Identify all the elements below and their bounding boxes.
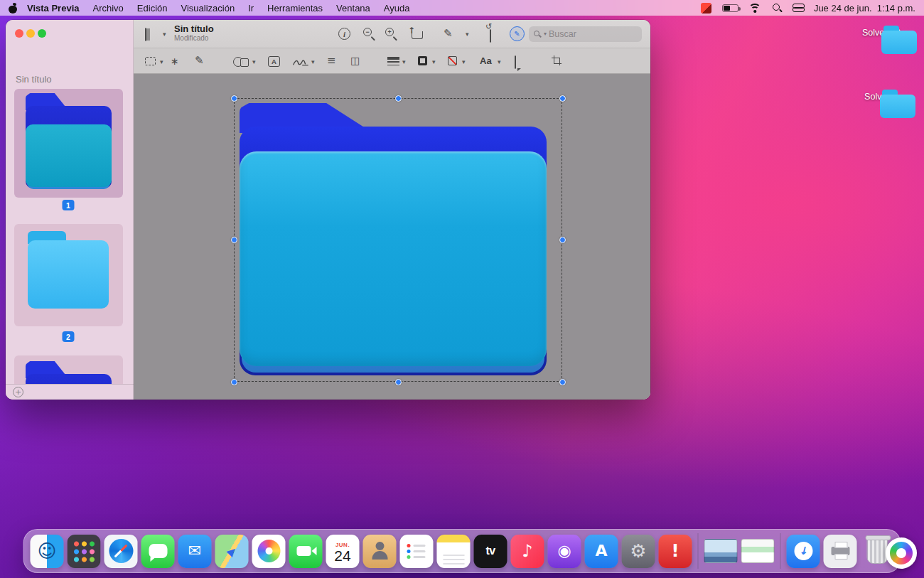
chevron-down-icon[interactable]: ▾ [498,59,501,65]
zoom-button[interactable] [38,29,46,38]
dock-launchpad[interactable] [68,535,101,568]
dock-podcasts[interactable]: ◉ [548,535,581,568]
dock-contacts[interactable] [363,535,397,568]
search-input[interactable] [549,29,638,39]
calendar-day: 24 [334,548,350,564]
info-button[interactable]: i [338,28,350,40]
menu-status-area: Jue 24 de jun. 1:14 p.m. [701,3,915,14]
rotate-button[interactable]: ↺ [490,29,491,43]
menu-item-ventana[interactable]: Ventana [336,3,370,14]
signature-button[interactable] [293,57,308,70]
dock-calendar[interactable]: JUN. 24 [326,535,360,568]
dock-photos[interactable] [252,535,286,568]
chevron-down-icon[interactable]: ▾ [402,59,406,65]
selection-handle-middle-left[interactable] [231,237,237,243]
chevron-down-icon[interactable]: ▾ [466,31,469,38]
dock-mail[interactable]: ✉ [178,535,212,568]
page-thumbnail-1[interactable] [14,89,123,198]
border-color-button[interactable] [418,56,427,65]
menu-app-name[interactable]: Vista Previa [27,3,79,14]
chevron-down-icon[interactable]: ▾ [160,59,163,65]
chevron-down-icon[interactable]: ▾ [462,59,466,65]
dock-music[interactable]: ♪ [511,535,544,568]
document-canvas[interactable] [134,74,650,400]
menu-item-archivo[interactable]: Archivo [92,3,123,14]
control-center-icon[interactable] [793,4,803,12]
status-app-icon[interactable] [701,3,711,14]
selection-handle-top-left[interactable] [231,95,237,102]
spotlight-search-icon[interactable] [772,3,782,13]
dock-maps[interactable]: ▶ [215,535,249,568]
thumbnail-folder-artwork [24,93,113,193]
desktop-folder-solvetic-2[interactable]: Solvetic 2 [857,26,906,38]
dock-system-preferences[interactable]: ⚙ [622,535,655,568]
sidebar-toggle-icon[interactable] [145,28,146,41]
menu-item-visualizacion[interactable]: Visualización [181,3,235,14]
menu-item-ayuda[interactable]: Ayuda [384,3,410,14]
sketch-tool-button[interactable]: ✎ [195,55,204,66]
menu-item-herramientas[interactable]: Herramientas [267,3,323,14]
podcasts-icon: ◉ [557,543,571,559]
dock-reminders[interactable] [400,535,434,568]
dock-downloads[interactable]: ↓ [787,535,820,568]
menu-item-ir[interactable]: Ir [248,3,254,14]
apple-logo-icon[interactable] [9,3,17,14]
music-note-icon: ♪ [522,542,532,560]
sidebar-footer: + [6,384,134,400]
dock-support-app[interactable]: ! [659,535,692,568]
search-field[interactable]: ▾ [529,26,642,42]
add-page-button[interactable]: + [13,387,23,397]
dock-minimized-window-2[interactable] [741,539,775,563]
selection-handle-bottom-left[interactable] [231,379,237,385]
dock-app-store[interactable]: A [585,535,618,568]
line-weight-button[interactable] [387,57,399,65]
selection-rectangle[interactable] [234,98,562,382]
adjust-color-button[interactable]: ≡ [327,55,336,66]
crop-table-button[interactable]: ◫ [350,55,360,65]
markup-toolbar-toggle[interactable]: ✎ [510,26,525,41]
selection-handle-top-right[interactable] [559,95,566,102]
dock-printer[interactable] [824,535,857,568]
wifi-icon[interactable] [749,4,761,13]
battery-icon[interactable] [722,4,738,12]
chevron-down-icon[interactable]: ▾ [311,59,315,65]
minimize-button[interactable] [26,29,35,38]
desktop-folder-solvetic[interactable]: Solvetic [856,90,904,102]
dock-notes[interactable] [437,535,471,568]
sidebar-document-label: Sin título [16,74,52,85]
page-thumbnail-3[interactable] [14,355,123,384]
fill-color-button[interactable] [448,56,457,65]
watermark-logo [886,537,917,569]
chevron-down-icon[interactable]: ▾ [163,31,166,38]
dock-safari[interactable] [104,535,138,568]
selection-handle-middle-right[interactable] [559,237,566,243]
page-thumbnail-2[interactable] [14,224,123,326]
dock-minimized-window-1[interactable] [704,539,738,563]
selection-tool-button[interactable] [145,57,156,65]
dock-separator [698,533,699,569]
window-main: ▾ Sin título Modificado i − + ↑ ✎ ▾ ↺ ✎ [134,20,650,400]
thumbnail-folder-artwork [24,361,113,384]
instant-alpha-button[interactable]: ∗ [171,56,179,66]
menu-item-edicion[interactable]: Edición [137,3,168,14]
exclamation-icon: ! [672,542,679,560]
chevron-down-icon[interactable]: ▾ [432,59,436,65]
close-button[interactable] [15,29,23,38]
highlight-pencil-button[interactable]: ✎ [444,28,453,39]
font-style-button[interactable]: Aa [480,55,492,66]
search-icon [533,30,542,38]
window-title: Sin título [174,23,214,34]
markup-toolbar: ▾ ∗ ✎ ▾ A ▾ ≡ ◫ ▾ ▾ ▾ Aa ▾ [134,48,650,74]
text-box-button[interactable]: A [268,56,280,67]
dock-facetime[interactable] [289,535,323,568]
annotation-bubble-button[interactable] [515,55,516,69]
selection-handle-bottom-middle[interactable] [395,379,402,385]
dock-apple-tv[interactable]: tv [474,535,507,568]
chevron-down-icon[interactable]: ▾ [252,59,256,65]
menu-clock[interactable]: Jue 24 de jun. 1:14 p.m. [814,3,915,14]
dock-messages[interactable] [141,535,175,568]
dock-finder[interactable]: ☺ [31,535,64,568]
selection-handle-bottom-right[interactable] [559,379,566,385]
window-sidebar: Sin título 1 2 + [6,20,134,400]
selection-handle-top-middle[interactable] [395,95,402,102]
